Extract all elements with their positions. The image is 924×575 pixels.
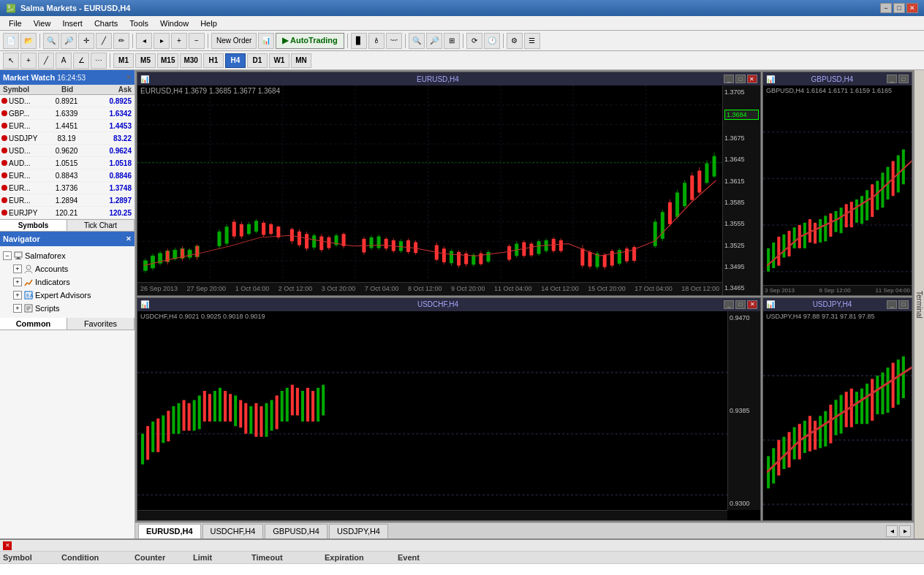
chart-eurusd-body[interactable]: EURUSD,H4 1.3679 1.3685 1.3677 1.3684 1.… <box>137 85 760 295</box>
tb-clock[interactable]: 🕐 <box>484 33 500 49</box>
tb-list[interactable]: ☰ <box>524 33 540 49</box>
tb-fib[interactable]: ⋯ <box>91 53 107 69</box>
menu-charts[interactable]: Charts <box>88 18 124 29</box>
market-watch-row[interactable]: EURJPY 120.21 120.25 <box>0 207 135 219</box>
chart-usdchf-close[interactable]: ✕ <box>747 300 757 309</box>
menu-tools[interactable]: Tools <box>124 18 154 29</box>
tb-pencil[interactable]: ✏ <box>113 33 129 49</box>
tb-new-chart[interactable]: 📄 <box>3 33 19 49</box>
tb-right[interactable]: ▸ <box>154 33 170 49</box>
chart-usdjpy-minimize[interactable]: _ <box>887 300 897 309</box>
tab-favorites[interactable]: Favorites <box>67 318 135 330</box>
nav-salmaforex[interactable]: − Salmaforex <box>1 249 133 262</box>
market-watch-row[interactable]: EUR... 1.4451 1.4453 <box>0 120 135 132</box>
tb-zoom-in[interactable]: 🔍 <box>43 33 59 49</box>
tb-candle-chart[interactable]: 🕯 <box>368 33 385 49</box>
nav-scripts[interactable]: + Scripts <box>1 302 133 315</box>
market-watch-row[interactable]: EUR... 1.2894 1.2897 <box>0 194 135 207</box>
market-watch-columns: Symbol Bid Ask <box>0 85 135 95</box>
ctab-gbpusd[interactable]: GBPUSD,H4 <box>265 524 327 538</box>
market-watch-row[interactable]: USD... 0.8921 0.8925 <box>0 95 135 107</box>
chart-gbpusd-body[interactable]: GBPUSD,H4 1.6164 1.6171 1.6159 1.6165 <box>763 85 912 295</box>
nav-expand-indicators[interactable]: + <box>13 278 22 286</box>
tab-common[interactable]: Common <box>0 318 67 330</box>
period-w1[interactable]: W1 <box>269 53 289 68</box>
market-watch-row[interactable]: EUR... 0.8843 0.8846 <box>0 170 135 182</box>
tb-draw-text[interactable]: A <box>56 53 72 69</box>
tb-bar-chart[interactable]: ▊ <box>351 33 367 49</box>
market-watch-row[interactable]: USD... 0.9620 0.9624 <box>0 145 135 157</box>
menu-window[interactable]: Window <box>154 18 194 29</box>
ctab-prev[interactable]: ◂ <box>886 525 898 537</box>
tb-plus[interactable]: + <box>171 33 187 49</box>
chart-usdjpy-maximize[interactable]: □ <box>898 300 909 309</box>
tb-tick[interactable]: ⟳ <box>466 33 482 49</box>
chart-gbpusd-maximize[interactable]: □ <box>898 75 909 83</box>
alerts-panel-close[interactable]: ✕ <box>3 541 12 550</box>
tb-open[interactable]: 📂 <box>20 33 37 49</box>
ctab-usdjpy[interactable]: USDJPY,H4 <box>329 524 388 538</box>
tb-crosshair[interactable]: ✛ <box>78 33 94 49</box>
close-button[interactable]: ✕ <box>906 3 918 13</box>
nav-indicators[interactable]: + Indicators <box>1 275 133 289</box>
nav-expand-accounts[interactable]: + <box>13 264 22 273</box>
period-d1[interactable]: D1 <box>247 53 268 68</box>
chart-usdchf-body[interactable]: USDCHF,H4 0.9021 0.9025 0.9018 0.9019 0.… <box>137 311 760 521</box>
period-m30[interactable]: M30 <box>180 53 201 68</box>
period-mn[interactable]: MN <box>291 53 311 68</box>
menu-view[interactable]: View <box>28 18 57 29</box>
tab-tick-chart[interactable]: Tick Chart <box>67 220 135 231</box>
tb-draw-sel[interactable]: ↖ <box>3 53 19 69</box>
ctab-eurusd[interactable]: EURUSD,H4 <box>138 524 201 538</box>
period-m15[interactable]: M15 <box>157 53 178 68</box>
indicators-icon <box>23 277 34 287</box>
tb-line[interactable]: ╱ <box>96 33 112 49</box>
menu-insert[interactable]: Insert <box>56 18 88 29</box>
ctab-usdchf[interactable]: USDCHF,H4 <box>202 524 264 538</box>
ctab-next[interactable]: ▸ <box>899 525 911 537</box>
nav-expand-scripts[interactable]: + <box>13 304 22 313</box>
chart-usdjpy-title: USDJPY,H4 <box>813 300 852 308</box>
chart-eurusd-maximize[interactable]: □ <box>735 75 746 83</box>
nav-expand-salmaforex[interactable]: − <box>3 251 12 260</box>
market-watch-row[interactable]: EUR... 1.3736 1.3748 <box>0 182 135 194</box>
tb-left[interactable]: ◂ <box>136 33 152 49</box>
nav-accounts[interactable]: + Accounts <box>1 262 133 275</box>
market-watch-row[interactable]: GBP... 1.6339 1.6342 <box>0 107 135 120</box>
menu-file[interactable]: File <box>3 18 28 29</box>
maximize-button[interactable]: □ <box>893 3 905 13</box>
tb-settings[interactable]: ⚙ <box>507 33 523 49</box>
market-watch-row[interactable]: USDJPY 83.19 83.22 <box>0 132 135 145</box>
minimize-button[interactable]: − <box>880 3 892 13</box>
nav-expert-advisors[interactable]: + EA Expert Advisors <box>1 289 133 302</box>
tb-grid[interactable]: ⊞ <box>444 33 460 49</box>
period-h1[interactable]: H1 <box>203 53 224 68</box>
tb-autotrading[interactable]: ▶ AutoTrading <box>276 33 344 49</box>
terminal-side-tab[interactable]: Terminal <box>914 70 924 538</box>
chart-usdchf-minimize[interactable]: _ <box>724 300 734 309</box>
period-m1[interactable]: M1 <box>113 53 134 68</box>
market-watch-row[interactable]: AUD... 1.0515 1.0518 <box>0 157 135 170</box>
chart-eurusd-close[interactable]: ✕ <box>747 75 757 83</box>
tb-zoom-sel[interactable]: 🔍 <box>409 33 425 49</box>
tb-draw-angle[interactable]: ∠ <box>73 53 89 69</box>
chart-usdjpy-body[interactable]: USDJPY,H4 97.88 97.31 97.81 97.85 <box>763 311 912 521</box>
menu-help[interactable]: Help <box>194 18 223 29</box>
tab-symbols[interactable]: Symbols <box>0 220 67 231</box>
tb-line-chart[interactable]: 〰 <box>386 33 402 49</box>
tb-draw-cross[interactable]: + <box>20 53 37 69</box>
period-h4[interactable]: H4 <box>225 53 246 68</box>
tb-zoom-out[interactable]: 🔎 <box>61 33 77 49</box>
tb-zoom-all[interactable]: 🔎 <box>426 33 442 49</box>
chart-usdchf-maximize[interactable]: □ <box>735 300 746 309</box>
navigator-close[interactable]: ✕ <box>126 235 132 243</box>
tb-indicator[interactable]: 📊 <box>258 33 274 49</box>
period-m5[interactable]: M5 <box>135 53 156 68</box>
nav-expand-ea[interactable]: + <box>13 291 22 300</box>
tb-new-order[interactable]: New Order <box>211 33 257 49</box>
tb-minus[interactable]: − <box>189 33 205 49</box>
tb-draw-line[interactable]: ╱ <box>38 53 54 69</box>
chart-eurusd-minimize[interactable]: _ <box>724 75 734 83</box>
market-watch-close[interactable]: ✕ <box>126 74 132 81</box>
chart-gbpusd-minimize[interactable]: _ <box>887 75 897 83</box>
